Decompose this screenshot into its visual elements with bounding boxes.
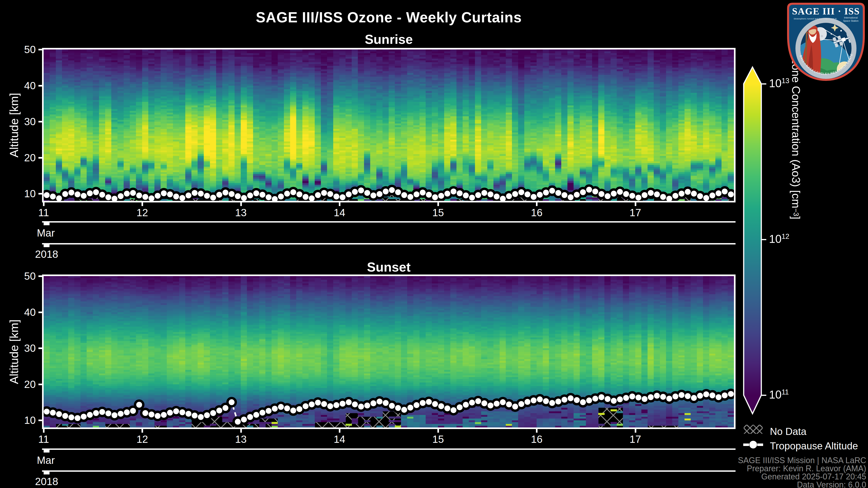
month-axis-tick-sunrise [43, 223, 50, 225]
x-tick [240, 429, 242, 433]
colorbar-tick-label: 1012 [769, 232, 789, 246]
y-tick [38, 312, 42, 313]
x-tick-label: 16 [531, 207, 542, 219]
x-tick-label: 16 [531, 433, 542, 445]
y-tick-label: 20 [8, 379, 36, 390]
attribution-line: SAGE III/ISS Mission | NASA LaRC [738, 456, 866, 464]
figure: SAGE III/ISS Ozone - Weekly Curtains Sun… [0, 0, 868, 488]
x-tick-label: 12 [136, 207, 148, 219]
y-tick-label: 20 [8, 153, 36, 163]
sunset-heatmap-canvas [43, 276, 734, 427]
x-tick [142, 429, 143, 433]
attribution-line: Data Version: 6.0.0 [738, 481, 866, 488]
tropopause-dot-icon [749, 441, 757, 449]
logo-subtitle-right-1: International [844, 16, 858, 19]
panel-title-sunset: Sunset [43, 259, 734, 274]
y-tick-label: 10 [8, 188, 36, 199]
colorbar-tick [761, 395, 766, 396]
x-tick [437, 429, 439, 433]
x-tick-label: 17 [629, 433, 641, 445]
tropopause-dash-icon [743, 444, 749, 446]
x-tick-label: 15 [432, 433, 444, 445]
y-tick-label: 40 [8, 307, 36, 318]
y-tick-label: 50 [8, 271, 36, 281]
sunrise-panel [42, 48, 736, 202]
x-tick-label: 13 [235, 207, 247, 219]
logo-title: SAGE III · ISS [792, 6, 860, 17]
y-tick-label: 30 [8, 116, 36, 127]
x-tick-label: 15 [432, 207, 444, 219]
colorbar [737, 61, 769, 422]
x-tick [536, 202, 537, 206]
colorbar-gradient-bar [744, 67, 761, 414]
month-axis-tick-sunset [43, 450, 50, 453]
colorbar-tick [761, 239, 766, 240]
moon-crater [821, 35, 823, 37]
tropopause-label: Tropopause Altitude [770, 441, 858, 451]
x-tick-label: 14 [334, 433, 345, 445]
chart-title: SAGE III/ISS Ozone - Weekly Curtains [43, 9, 734, 26]
colorbar-axis-label: Ozone Concentration (Ao3) [cm−3] [789, 50, 802, 427]
colorbar-tick-label: 1013 [769, 77, 789, 90]
attribution-line: Preparer: Kevin R. Leavor (AMA) [738, 464, 866, 473]
x-tick-label: 12 [136, 433, 148, 445]
y-tick-label: 50 [8, 44, 36, 55]
year-label-sunrise: 2018 [35, 249, 58, 259]
colorbar-label-close: ] [789, 216, 802, 219]
x-tick [635, 429, 636, 433]
colorbar-label-exponent: −3 [792, 208, 800, 216]
star-dot [840, 30, 842, 32]
y-tick [38, 85, 42, 87]
y-tick [38, 348, 42, 349]
year-axis-line-sunrise [42, 243, 736, 245]
year-axis-tick-sunrise [43, 245, 50, 247]
year-axis-tick-sunset [43, 472, 50, 475]
x-tick-label: 11 [38, 207, 49, 219]
colorbar-tick [761, 84, 766, 85]
y-tick-label: 10 [8, 415, 36, 425]
month-label-sunrise: Mar [37, 228, 55, 238]
x-tick [43, 429, 44, 433]
y-tick [38, 420, 42, 421]
tropopause-dash-icon [757, 444, 763, 446]
no-data-swatch [744, 425, 763, 434]
attribution-line: Generated 2025-07-17 20:45 [738, 473, 866, 481]
logo-subtitle-left: Stratospheric Aerosol and Gas Experiment… [794, 18, 837, 20]
y-tick [38, 157, 42, 159]
month-axis-line-sunset [42, 449, 736, 450]
year-axis-line-sunset [42, 470, 736, 472]
x-tick [635, 202, 636, 206]
month-label-sunset: Mar [37, 455, 55, 465]
y-tick [38, 384, 42, 385]
month-axis-line-sunrise [42, 221, 736, 223]
x-tick [339, 429, 340, 433]
x-tick [437, 202, 439, 206]
panel-title-sunrise: Sunrise [43, 32, 734, 47]
x-tick [142, 202, 143, 206]
year-label-sunset: 2018 [35, 476, 58, 487]
y-tick-label: 40 [8, 80, 36, 91]
y-tick [38, 49, 42, 51]
x-tick-label: 17 [629, 207, 641, 219]
x-tick [339, 202, 340, 206]
x-tick [536, 429, 537, 433]
y-tick [38, 193, 42, 195]
x-tick-label: 14 [334, 207, 345, 219]
sunrise-heatmap-canvas [43, 50, 734, 201]
y-tick [38, 275, 42, 277]
x-tick-label: 13 [235, 433, 247, 445]
x-tick [43, 202, 44, 206]
no-data-label: No Data [770, 427, 806, 436]
x-tick [240, 202, 242, 206]
attribution: SAGE III/ISS Mission | NASA LaRC Prepare… [738, 456, 866, 488]
logo-subtitle-right-2: Space Station [843, 20, 859, 22]
tropopause-swatch [743, 440, 763, 449]
x-tick-label: 11 [38, 433, 49, 445]
colorbar-tick-label: 1011 [769, 388, 789, 401]
sunset-panel [42, 274, 736, 429]
y-tick-label: 30 [8, 343, 36, 353]
y-tick [38, 121, 42, 123]
mission-patch-logo: SAGE III · ISS Stratospheric Aerosol and… [786, 2, 866, 81]
